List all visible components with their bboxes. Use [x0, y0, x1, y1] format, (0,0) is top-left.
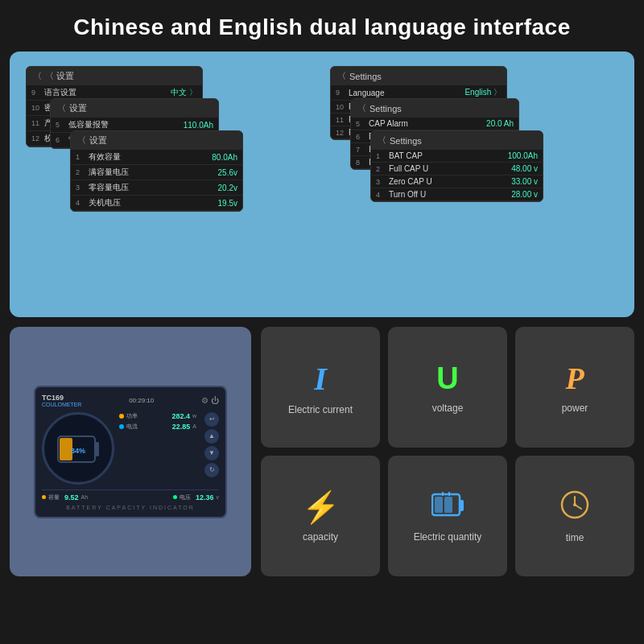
stat-capacity: 容量 9.52 Ah [42, 493, 88, 502]
device-nav-buttons[interactable]: ↩ ▲ ▼ ↻ [204, 412, 219, 485]
device-display: TC169 COULOMETER 00:29:10 ⚙ ⏻ [34, 386, 227, 518]
settings-icon: ⚙ [201, 396, 208, 405]
device-icons: ⚙ ⏻ [201, 396, 219, 405]
cn-back-icon-1: 〈 [33, 70, 42, 82]
svg-rect-5 [460, 500, 464, 511]
device-circle-area: 34% [42, 412, 114, 485]
stat-voltage: 电压 12.36 v [173, 493, 219, 502]
current-dot [119, 424, 124, 429]
en-back-icon-3: 〈 [378, 134, 386, 147]
electric-quantity-icon [431, 490, 464, 525]
feature-card-power: P power [515, 327, 634, 448]
en-back-icon-2: 〈 [357, 102, 366, 114]
en-back-icon-1: 〈 [337, 70, 346, 82]
en-screen-stack: 〈 Settings 9 Language English 〉 10 Passw… [330, 66, 618, 303]
en-row-3-4: 4 Turn Off U 28.00 v [371, 188, 543, 201]
english-side: 〈 Settings 9 Language English 〉 10 Passw… [330, 66, 618, 303]
nav-back-button[interactable]: ↩ [204, 412, 219, 427]
cn-back-icon-2: 〈 [57, 102, 66, 114]
svg-rect-1 [95, 442, 99, 456]
svg-rect-7 [444, 497, 452, 513]
en-row-3-3: 3 Zero CAP U 33.00 v [371, 175, 543, 188]
svg-point-13 [573, 503, 576, 506]
current-label: Electric current [288, 404, 353, 415]
en-row-3-2: 2 Full CAP U 48.00 v [371, 163, 543, 175]
feature-card-current: I Electric current [261, 327, 380, 448]
power-icon-feat: P [565, 361, 584, 396]
device-top-bar: TC169 COULOMETER 00:29:10 ⚙ ⏻ [42, 394, 219, 407]
capacity-label: capacity [303, 531, 338, 543]
power-icon: ⏻ [211, 396, 219, 405]
en-screen-3: 〈 Settings 1 BAT CAP 100.0Ah 2 Full CAP … [370, 130, 543, 202]
svg-text:34%: 34% [71, 447, 85, 455]
device-model: COULOMETER [42, 402, 81, 407]
time-label: time [566, 532, 584, 543]
nav-up-button[interactable]: ▲ [204, 429, 219, 444]
device-stats: 功率 282.4 w 电流 22.85 A [119, 412, 196, 485]
cn-header-3: 〈 设置 [71, 131, 242, 150]
en-header-2: 〈 Settings [351, 99, 518, 118]
dual-language-panel: 〈 〈 设置 9 语言设置 中文 〉 10 密码设置 11 产品信息 12 [10, 52, 634, 317]
nav-down-button[interactable]: ▼ [204, 446, 219, 460]
features-grid: I Electric current U voltage P power ⚡ c… [261, 327, 634, 576]
en-row-3-1: 1 BAT CAP 100.0Ah [371, 150, 543, 163]
nav-enter-button[interactable]: ↻ [204, 463, 219, 477]
en-header-1: 〈 Settings [331, 67, 506, 85]
feature-card-capacity: ⚡ capacity [261, 456, 380, 576]
svg-rect-6 [435, 497, 443, 513]
device-main: 34% 功率 282.4 w 电流 22.85 A [42, 412, 219, 485]
battery-circle-icon: 34% [54, 424, 102, 473]
time-icon [559, 489, 590, 526]
voltage-icon: U [436, 361, 458, 396]
power-label: power [562, 402, 588, 414]
cn-row-3-2: 2 满容量电压 25.6v [71, 165, 242, 180]
en-header-3: 〈 Settings [371, 131, 543, 150]
voltage-label: voltage [432, 402, 464, 414]
device-time: 00:29:10 [129, 397, 154, 404]
bottom-panel: TC169 COULOMETER 00:29:10 ⚙ ⏻ [10, 327, 634, 576]
cn-screen-3: 〈 设置 1 有效容量 80.0Ah 2 满容量电压 25.6v 3 零容量电压… [70, 130, 243, 212]
device-footer: BATTERY CAPACITY INDICATOR [42, 505, 219, 510]
cn-row-3-1: 1 有效容量 80.0Ah [71, 150, 242, 165]
cn-row-3-3: 3 零容量电压 20.2v [71, 180, 242, 196]
capacity-icon: ⚡ [302, 489, 340, 525]
page-title: Chinese and English dual language interf… [16, 14, 628, 40]
power-dot [119, 414, 124, 419]
device-circle: 34% [42, 412, 114, 485]
stat-power: 功率 282.4 w [119, 412, 196, 420]
device-brand: TC169 [42, 394, 81, 402]
device-bottom-bar: 容量 9.52 Ah 电压 12.36 v [42, 489, 219, 502]
cn-header-1: 〈 〈 设置 [27, 67, 202, 85]
feature-card-time: time [515, 456, 634, 576]
feature-card-electric-quantity: Electric quantity [388, 456, 507, 576]
current-icon: I [314, 360, 327, 398]
cn-screen-stack: 〈 〈 设置 9 语言设置 中文 〉 10 密码设置 11 产品信息 12 [26, 66, 314, 303]
electric-quantity-label: Electric quantity [414, 531, 482, 543]
en-row-2-1: 5 CAP Alarm 20.0 Ah [351, 118, 518, 130]
cn-back-icon-3: 〈 [77, 134, 86, 147]
cn-header-2: 〈 设置 [51, 99, 218, 118]
cn-row-3-4: 4 关机电压 19.5v [71, 196, 242, 211]
chinese-side: 〈 〈 设置 9 语言设置 中文 〉 10 密码设置 11 产品信息 12 [26, 66, 314, 303]
feature-card-voltage: U voltage [388, 327, 507, 448]
stat-current: 电流 22.85 A [119, 423, 196, 431]
device-section: TC169 COULOMETER 00:29:10 ⚙ ⏻ [10, 327, 251, 576]
page-header: Chinese and English dual language interf… [0, 0, 644, 52]
device-info: TC169 COULOMETER [42, 394, 81, 407]
